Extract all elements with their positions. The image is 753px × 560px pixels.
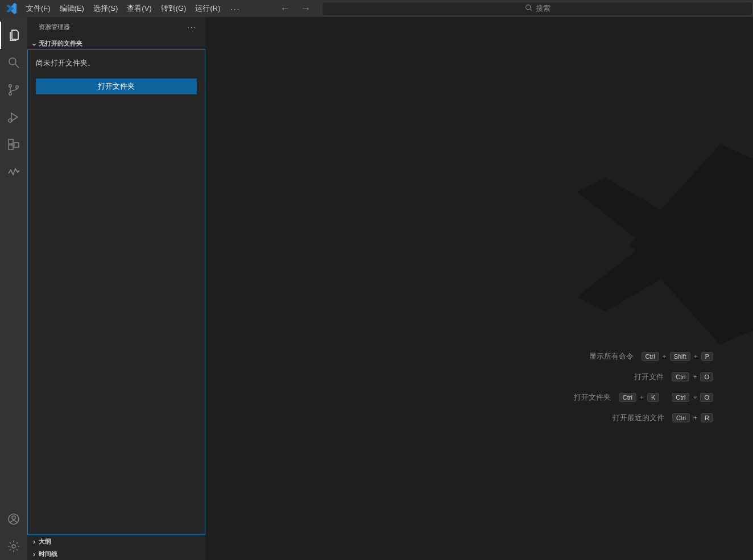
sidebar-header: 资源管理器 ··· bbox=[27, 17, 205, 37]
activity-run-debug[interactable] bbox=[0, 103, 27, 131]
extensions-icon bbox=[7, 138, 20, 151]
gear-icon bbox=[7, 540, 20, 553]
plus-icon: + bbox=[693, 373, 697, 381]
activity-search[interactable] bbox=[0, 49, 27, 76]
menu-view[interactable]: 查看(V) bbox=[122, 0, 156, 17]
shortcut-row: 显示所有命令Ctrl+Shift+P bbox=[589, 351, 714, 362]
key: K bbox=[647, 393, 659, 402]
account-icon bbox=[7, 512, 20, 526]
shortcut-row: 打开文件Ctrl+O bbox=[634, 372, 713, 382]
shortcut-row: 打开文件夹Ctrl+KCtrl+O bbox=[574, 392, 713, 403]
sidebar-title: 资源管理器 bbox=[39, 23, 70, 31]
section-timeline-header[interactable]: 时间线 bbox=[27, 547, 205, 560]
sidebar-more-icon[interactable]: ··· bbox=[188, 24, 196, 31]
svg-line-3 bbox=[15, 64, 19, 68]
svg-point-0 bbox=[526, 5, 530, 10]
key: Ctrl bbox=[619, 393, 636, 402]
svg-point-2 bbox=[9, 58, 16, 65]
menu-run[interactable]: 运行(R) bbox=[191, 0, 225, 17]
search-icon bbox=[525, 4, 532, 13]
svg-rect-9 bbox=[9, 145, 13, 150]
chevron-right-icon bbox=[30, 538, 39, 546]
plus-icon: + bbox=[694, 352, 698, 360]
activity-settings[interactable] bbox=[0, 533, 27, 560]
section-timeline-label: 时间线 bbox=[39, 550, 57, 558]
menubar: 文件(F) 编辑(E) 选择(S) 查看(V) 转到(G) 运行(R) ··· bbox=[22, 0, 246, 17]
svg-point-12 bbox=[12, 516, 15, 520]
svg-rect-8 bbox=[9, 139, 13, 144]
activity-accounts[interactable] bbox=[0, 505, 27, 533]
svg-point-13 bbox=[12, 545, 15, 548]
shortcut-keys: Ctrl+KCtrl+O bbox=[619, 393, 713, 402]
key: R bbox=[701, 413, 713, 422]
vscode-icon bbox=[5, 2, 18, 15]
menu-selection[interactable]: 选择(S) bbox=[89, 0, 122, 17]
svg-line-1 bbox=[530, 9, 532, 11]
key: Shift bbox=[670, 352, 690, 361]
sidebar-explorer: 资源管理器 ··· 无打开的文件夹 尚未打开文件夹。 打开文件夹 大纲 时间线 bbox=[27, 17, 206, 560]
shortcut-keys: Ctrl+O bbox=[672, 372, 713, 381]
chevron-down-icon bbox=[30, 39, 39, 47]
shortcut-label: 显示所有命令 bbox=[589, 351, 634, 362]
shortcut-label: 打开文件夹 bbox=[574, 392, 611, 403]
plus-icon: + bbox=[693, 414, 697, 422]
titlebar: 文件(F) 编辑(E) 选择(S) 查看(V) 转到(G) 运行(R) ··· … bbox=[0, 0, 753, 17]
nav-forward-icon[interactable]: → bbox=[300, 3, 311, 15]
section-no-folder-header[interactable]: 无打开的文件夹 bbox=[27, 37, 205, 49]
key: Ctrl bbox=[672, 413, 690, 422]
svg-point-6 bbox=[16, 86, 18, 88]
plus-icon: + bbox=[640, 393, 644, 401]
menu-edit[interactable]: 编辑(E) bbox=[55, 0, 89, 17]
chevron-right-icon bbox=[30, 550, 39, 558]
plus-icon: + bbox=[693, 393, 697, 401]
open-folder-button[interactable]: 打开文件夹 bbox=[36, 78, 197, 94]
welcome-shortcuts: 显示所有命令Ctrl+Shift+P打开文件Ctrl+O打开文件夹Ctrl+KC… bbox=[574, 351, 713, 423]
vscode-watermark-icon bbox=[548, 125, 753, 366]
activity-extensions[interactable] bbox=[0, 131, 27, 158]
search-placeholder: 搜索 bbox=[536, 3, 551, 14]
no-folder-text: 尚未打开文件夹。 bbox=[36, 58, 197, 68]
menu-file[interactable]: 文件(F) bbox=[22, 0, 55, 17]
activity-extra[interactable] bbox=[0, 158, 27, 185]
shortcut-label: 打开最近的文件 bbox=[613, 413, 664, 423]
editor-area: 显示所有命令Ctrl+Shift+P打开文件Ctrl+O打开文件夹Ctrl+KC… bbox=[206, 17, 753, 560]
files-icon bbox=[7, 28, 21, 42]
section-no-folder-label: 无打开的文件夹 bbox=[39, 39, 82, 48]
branch-icon bbox=[7, 83, 20, 97]
shortcut-keys: Ctrl+Shift+P bbox=[642, 352, 714, 361]
search-icon bbox=[7, 56, 20, 69]
svg-rect-10 bbox=[14, 143, 19, 147]
nav-arrows: ← → bbox=[280, 3, 311, 15]
activitybar bbox=[0, 17, 27, 560]
section-outline-header[interactable]: 大纲 bbox=[27, 535, 205, 547]
debug-icon bbox=[7, 110, 20, 124]
section-outline-label: 大纲 bbox=[39, 537, 51, 546]
menu-more-icon[interactable]: ··· bbox=[225, 0, 246, 17]
menu-go[interactable]: 转到(G) bbox=[156, 0, 191, 17]
key: O bbox=[700, 393, 713, 402]
key: P bbox=[701, 352, 713, 361]
key: O bbox=[700, 372, 713, 381]
command-center-search[interactable]: 搜索 bbox=[322, 2, 753, 15]
no-folder-panel: 尚未打开文件夹。 打开文件夹 bbox=[27, 49, 205, 535]
svg-point-5 bbox=[9, 93, 11, 95]
key: Ctrl bbox=[642, 352, 659, 361]
shortcut-keys: Ctrl+R bbox=[672, 413, 713, 422]
shortcut-row: 打开最近的文件Ctrl+R bbox=[613, 413, 713, 423]
activity-source-control[interactable] bbox=[0, 76, 27, 103]
plus-icon: + bbox=[663, 352, 667, 360]
key: Ctrl bbox=[672, 372, 689, 381]
key: Ctrl bbox=[672, 393, 689, 402]
activity-explorer[interactable] bbox=[0, 22, 27, 49]
shortcut-label: 打开文件 bbox=[634, 372, 664, 382]
wave-icon bbox=[7, 165, 20, 179]
nav-back-icon[interactable]: ← bbox=[280, 3, 290, 15]
svg-point-4 bbox=[9, 85, 11, 87]
